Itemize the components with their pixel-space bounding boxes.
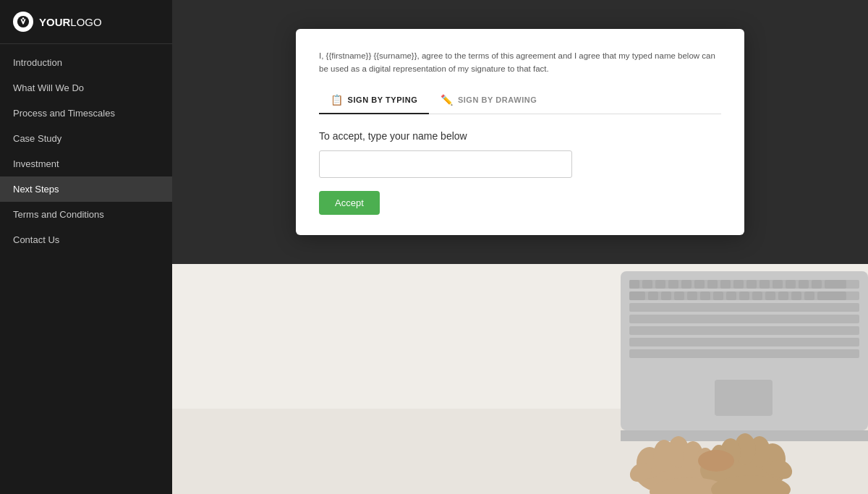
svg-rect-33 [700,291,710,300]
svg-rect-12 [629,280,639,289]
svg-rect-9 [629,326,859,335]
svg-rect-40 [791,291,801,300]
svg-rect-36 [739,291,749,300]
svg-rect-35 [726,291,736,300]
sidebar-item-next-steps[interactable]: Next Steps [0,176,172,202]
svg-rect-22 [760,280,770,289]
sidebar: YOURLOGO Introduction What Will We Do Pr… [0,0,172,494]
logo-area: YOURLOGO [0,0,172,44]
svg-rect-41 [804,291,814,300]
svg-rect-8 [629,315,859,323]
logo-icon [13,12,33,32]
svg-rect-31 [674,291,684,300]
svg-rect-20 [733,280,744,289]
svg-rect-42 [817,291,846,300]
sidebar-item-process-and-timescales[interactable]: Process and Timescales [0,101,172,126]
name-input[interactable] [319,150,572,178]
svg-rect-10 [629,338,859,346]
svg-point-61 [698,450,734,472]
top-section: I, {{firstname}} {{surname}}, agree to t… [172,0,868,264]
nav-list: Introduction What Will We Do Process and… [0,50,172,252]
svg-rect-26 [812,280,822,289]
svg-rect-43 [715,380,773,416]
svg-rect-23 [773,280,783,289]
svg-rect-32 [687,291,697,300]
svg-rect-39 [778,291,788,300]
sidebar-item-case-study[interactable]: Case Study [0,126,172,151]
svg-rect-37 [752,291,762,300]
svg-rect-14 [655,280,665,289]
bottom-image [172,264,868,494]
signature-modal: I, {{firstname}} {{surname}}, agree to t… [296,29,744,236]
main-content: I, {{firstname}} {{surname}}, agree to t… [172,0,868,494]
svg-rect-21 [746,280,757,289]
svg-rect-19 [720,280,731,289]
svg-rect-25 [799,280,809,289]
sidebar-item-introduction[interactable]: Introduction [0,50,172,75]
svg-rect-30 [661,291,671,300]
accept-label: To accept, type your name below [319,130,721,142]
svg-rect-24 [786,280,796,289]
tab-typing-label: SIGN BY TYPING [348,95,418,104]
sidebar-item-what-will-we-do[interactable]: What Will We Do [0,75,172,101]
svg-rect-18 [707,280,718,289]
tab-sign-by-drawing[interactable]: ✏️ SIGN BY DRAWING [429,88,548,114]
svg-rect-29 [648,291,658,300]
svg-rect-17 [694,280,705,289]
svg-rect-7 [629,303,859,312]
svg-rect-27 [825,280,846,289]
tab-sign-by-typing[interactable]: 📋 SIGN BY TYPING [319,88,429,114]
sidebar-item-investment[interactable]: Investment [0,151,172,176]
sidebar-item-contact-us[interactable]: Contact Us [0,227,172,252]
sidebar-item-terms-and-conditions[interactable]: Terms and Conditions [0,202,172,227]
svg-rect-11 [629,349,859,358]
svg-rect-38 [765,291,775,300]
logo-text: YOURLOGO [39,16,102,28]
svg-rect-16 [681,280,692,289]
agreement-text: I, {{firstname}} {{surname}}, agree to t… [319,49,721,76]
svg-rect-15 [668,280,678,289]
bottom-section [172,264,868,494]
svg-rect-13 [642,280,652,289]
tabs-row: 📋 SIGN BY TYPING ✏️ SIGN BY DRAWING [319,88,721,114]
svg-rect-34 [713,291,723,300]
accept-button[interactable]: Accept [319,191,380,215]
svg-rect-28 [629,291,645,300]
typing-icon: 📋 [331,94,344,106]
svg-point-1 [22,17,25,20]
tab-drawing-label: SIGN BY DRAWING [458,95,537,104]
drawing-icon: ✏️ [441,94,454,106]
